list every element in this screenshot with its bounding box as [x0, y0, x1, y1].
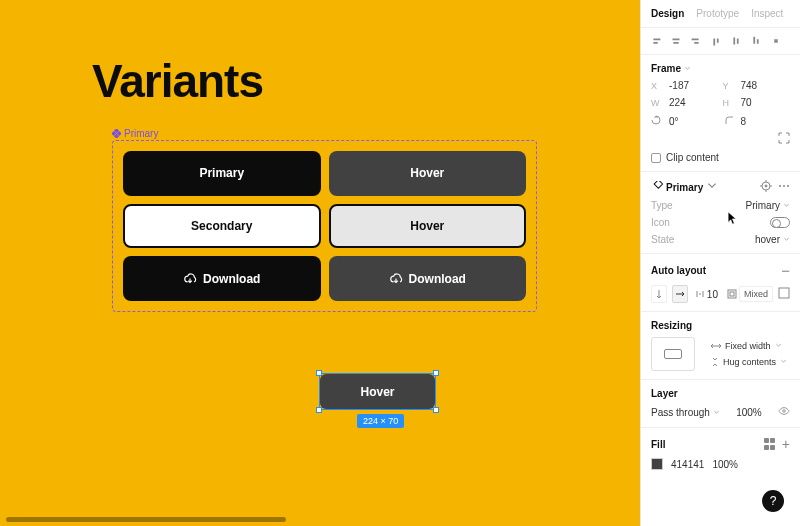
component-set-name: Primary — [124, 128, 158, 139]
gap-input[interactable]: 10 — [695, 289, 718, 300]
frame-title: Frame — [651, 63, 681, 74]
variant-download-default[interactable]: Download — [123, 256, 321, 301]
prop-type-label: Type — [651, 200, 673, 211]
resize-handle-sw[interactable] — [316, 407, 322, 413]
hug-vertical-icon — [711, 357, 719, 367]
section-component: Primary TypePrimary Icon Statehover — [641, 172, 800, 254]
tab-inspect[interactable]: Inspect — [751, 8, 783, 19]
align-bottom-icon[interactable] — [749, 34, 763, 48]
resizing-widget[interactable] — [651, 337, 695, 371]
tab-prototype[interactable]: Prototype — [696, 8, 739, 19]
arrows-horizontal-icon — [711, 342, 721, 350]
section-autolayout: Auto layout− 10 Mixed — [641, 254, 800, 312]
prop-state-select[interactable]: hover — [755, 234, 790, 245]
add-fill-button[interactable]: + — [782, 436, 790, 452]
svg-point-13 — [783, 410, 786, 413]
autolayout-title: Auto layout — [651, 265, 706, 276]
go-to-main-icon[interactable] — [760, 180, 772, 194]
page-title: Variants — [92, 54, 263, 108]
prop-icon-toggle[interactable] — [770, 217, 790, 228]
resize-horizontal-select[interactable]: Fixed width — [711, 341, 787, 351]
section-frame: Frame X-187 Y748 W224 H70 0° 8 Clip cont… — [641, 55, 800, 172]
chevron-down-icon[interactable] — [684, 63, 691, 74]
properties-panel: Design Prototype Inspect Frame X-187 Y74… — [640, 0, 800, 526]
prop-state-label: State — [651, 234, 674, 245]
tab-design[interactable]: Design — [651, 8, 684, 19]
layer-title: Layer — [651, 388, 678, 399]
spacing-icon — [695, 289, 705, 299]
w-input[interactable]: 224 — [669, 97, 719, 108]
more-icon[interactable] — [778, 180, 790, 194]
corner-radius-icon — [723, 114, 737, 128]
svg-point-9 — [787, 185, 789, 187]
rotate-icon — [651, 115, 665, 127]
prop-type-select[interactable]: Primary — [746, 200, 790, 211]
clip-content-checkbox[interactable]: Clip content — [651, 152, 790, 163]
svg-rect-11 — [730, 292, 734, 296]
variant-primary-default[interactable]: Primary — [123, 151, 321, 196]
align-vcenter-icon[interactable] — [729, 34, 743, 48]
help-button[interactable]: ? — [762, 490, 784, 512]
component-set-label[interactable]: Primary — [112, 128, 158, 139]
svg-rect-12 — [779, 288, 789, 298]
resizing-title: Resizing — [651, 320, 692, 331]
resize-handle-ne[interactable] — [433, 370, 439, 376]
direction-vertical[interactable] — [651, 285, 667, 303]
w-label: W — [651, 98, 665, 108]
variant-primary-hover[interactable]: Hover — [329, 151, 527, 196]
y-label: Y — [723, 81, 737, 91]
horizontal-scrollbar[interactable] — [6, 517, 286, 522]
fill-opacity-input[interactable]: 100% — [712, 459, 738, 470]
prop-icon-label: Icon — [651, 217, 670, 228]
alignment-grid-icon[interactable] — [778, 287, 790, 301]
variant-secondary-hover[interactable]: Hover — [329, 204, 527, 249]
distribute-icon[interactable] — [769, 34, 783, 48]
instance-name[interactable]: Primary — [651, 180, 718, 194]
design-canvas[interactable]: Variants Primary Primary Hover Secondary… — [0, 0, 640, 526]
variant-download-hover[interactable]: Download — [329, 256, 527, 301]
selected-instance[interactable]: Hover — [320, 374, 435, 409]
fill-swatch[interactable] — [651, 458, 663, 470]
direction-horizontal[interactable] — [672, 285, 688, 303]
x-input[interactable]: -187 — [669, 80, 719, 91]
section-resizing: Resizing Fixed width Hug contents — [641, 312, 800, 380]
align-left-icon[interactable] — [649, 34, 663, 48]
align-top-icon[interactable] — [709, 34, 723, 48]
remove-autolayout-button[interactable]: − — [781, 262, 790, 279]
padding-input[interactable]: Mixed — [727, 286, 773, 302]
independent-corners-icon[interactable] — [778, 132, 790, 146]
cloud-download-icon — [389, 272, 403, 286]
component-icon — [112, 129, 121, 138]
opacity-input[interactable]: 100% — [736, 407, 762, 418]
h-label: H — [723, 98, 737, 108]
fill-hex-input[interactable]: 414141 — [671, 459, 704, 470]
chevron-down-icon — [706, 180, 718, 194]
h-input[interactable]: 70 — [741, 97, 791, 108]
align-hcenter-icon[interactable] — [669, 34, 683, 48]
styles-icon[interactable] — [764, 438, 776, 450]
selection-dimensions-badge: 224 × 70 — [357, 414, 404, 428]
svg-rect-4 — [654, 181, 662, 188]
cursor-icon — [727, 211, 738, 225]
cloud-download-icon — [183, 272, 197, 286]
svg-rect-10 — [728, 290, 736, 298]
panel-tabs: Design Prototype Inspect — [641, 0, 800, 28]
svg-point-6 — [765, 185, 767, 187]
component-set-frame[interactable]: Primary Hover Secondary Hover Download D… — [112, 140, 537, 312]
y-input[interactable]: 748 — [741, 80, 791, 91]
alignment-controls — [641, 28, 800, 55]
rotation-input[interactable]: 0° — [669, 116, 719, 127]
fill-title: Fill — [651, 439, 665, 450]
section-fill: Fill + 414141 100% — [641, 428, 800, 478]
blend-mode-select[interactable]: Pass through — [651, 407, 720, 418]
resize-handle-se[interactable] — [433, 407, 439, 413]
resize-handle-nw[interactable] — [316, 370, 322, 376]
align-right-icon[interactable] — [689, 34, 703, 48]
visibility-icon[interactable] — [778, 405, 790, 419]
resize-vertical-select[interactable]: Hug contents — [711, 357, 787, 367]
corner-input[interactable]: 8 — [741, 116, 791, 127]
variant-secondary-default[interactable]: Secondary — [123, 204, 321, 249]
checkbox-icon — [651, 153, 661, 163]
padding-icon — [727, 289, 737, 299]
x-label: X — [651, 81, 665, 91]
